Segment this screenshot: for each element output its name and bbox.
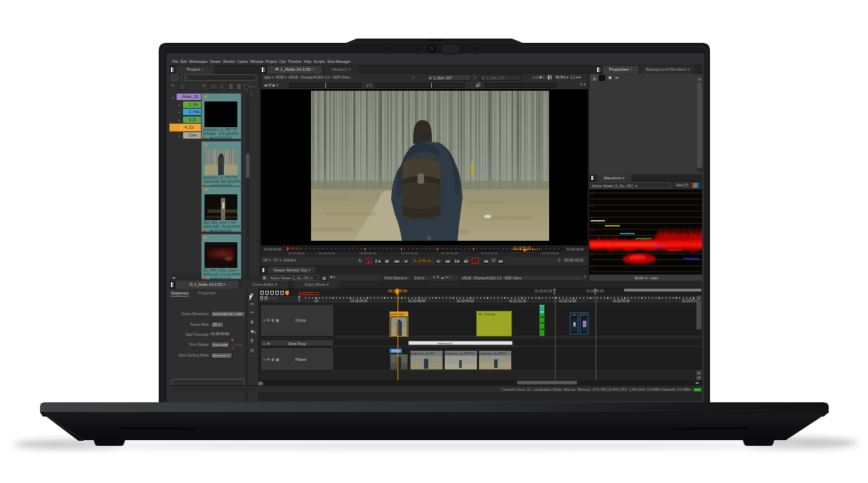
svg-text:0.2: 0.2 <box>590 253 593 256</box>
svg-text:0.8: 0.8 <box>590 204 593 207</box>
svg-text:1.0: 1.0 <box>590 192 593 195</box>
svg-text:0.4: 0.4 <box>590 229 593 231</box>
svg-text:0.6: 0.6 <box>590 216 593 219</box>
svg-text:0.0: 0.0 <box>590 265 593 268</box>
